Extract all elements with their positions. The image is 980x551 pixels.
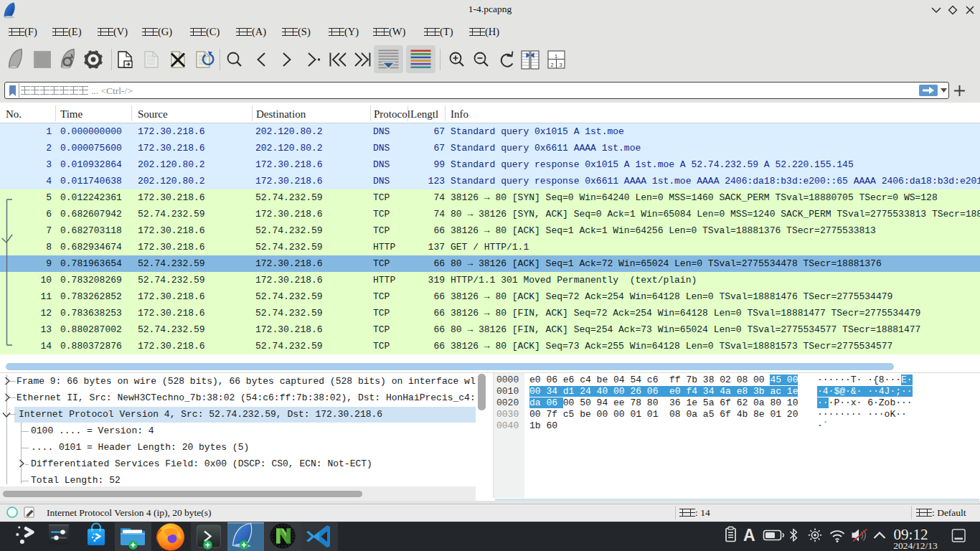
svg-text:1: 1 xyxy=(555,53,557,60)
svg-text:3: 3 xyxy=(560,62,562,68)
svg-text:2: 2 xyxy=(551,62,554,68)
svg-text:A: A xyxy=(743,526,755,545)
svg-text:0111: 0111 xyxy=(147,62,155,65)
svg-text:2024/12/13: 2024/12/13 xyxy=(893,540,938,551)
